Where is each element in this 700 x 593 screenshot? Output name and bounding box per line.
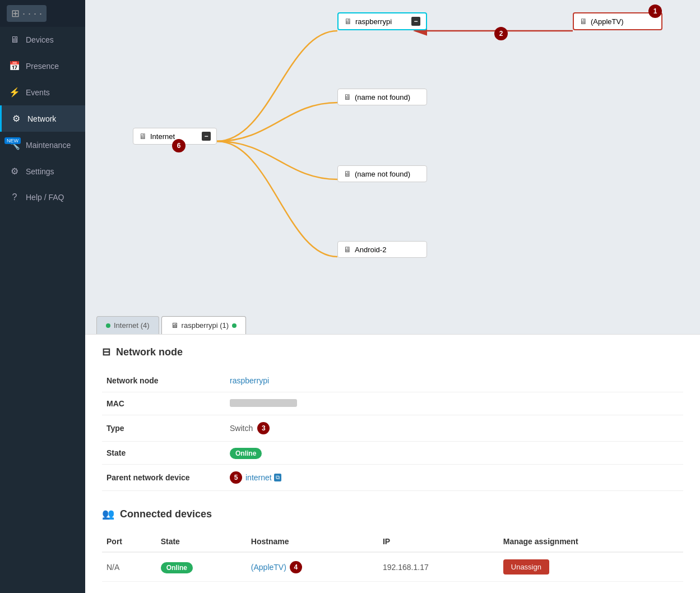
tab-raspberrypi[interactable]: 🖥 raspberrypi (1) <box>161 316 247 334</box>
row-state: Online <box>156 552 247 582</box>
row-action: Unassign <box>499 552 683 582</box>
row-state-badge: Online <box>161 562 193 573</box>
unassign-button[interactable]: Unassign <box>503 559 549 575</box>
network-node-info-table: Network node raspberrypi MAC Type <box>102 369 683 491</box>
appletv-icon: 🖥 <box>580 17 587 26</box>
annotation-6: 6 <box>172 139 186 152</box>
node-icon-1: 🖥 <box>344 92 351 101</box>
sidebar-item-label: Events <box>26 88 50 97</box>
info-row-parent: Parent network device 5 internet ⧉ <box>102 465 683 491</box>
node-name-not-found-2[interactable]: 🖥 (name not found) <box>337 165 427 182</box>
col-port: Port <box>102 531 156 552</box>
annotation-4: 4 <box>290 561 302 573</box>
info-row-mac: MAC <box>102 392 683 415</box>
parent-field-value: 5 internet ⧉ <box>225 465 683 491</box>
annotation-5: 5 <box>230 471 242 484</box>
node-icon-2: 🖥 <box>344 169 351 178</box>
presence-icon: 📅 <box>9 61 20 71</box>
parent-link-text: internet <box>245 473 272 482</box>
node-label-2: (name not found) <box>355 170 410 178</box>
node-field-value: raspberrypi <box>225 369 683 392</box>
node-label-1: (name not found) <box>355 93 410 101</box>
network-node-section-title: ⊟ Network node <box>102 346 683 358</box>
sidebar-item-label: Presence <box>26 62 59 71</box>
panel-content: ⊟ Network node Network node raspberrypi … <box>85 335 700 593</box>
appletv-label: (AppleTV) <box>591 17 624 26</box>
parent-field-label: Parent network device <box>102 465 225 491</box>
state-field-value: Online <box>225 442 683 465</box>
info-row-state: State Online <box>102 442 683 465</box>
sidebar-logo: ⊞ · · · · <box>0 0 85 27</box>
tab-internet-label: Internet (4) <box>114 321 150 330</box>
detail-panel: ⊟ Network node Network node raspberrypi … <box>85 334 700 593</box>
type-field-label: Type <box>102 415 225 442</box>
mac-blurred <box>230 399 297 407</box>
network-icon: ⚙ <box>11 113 22 124</box>
connections-svg <box>85 0 700 309</box>
hostname-link[interactable]: (AppleTV) <box>251 563 286 572</box>
row-hostname: (AppleTV) 4 <box>247 552 378 582</box>
logo-icon: ⊞ · · · · <box>7 5 47 22</box>
graph-area: 🖥 Internet − 🖥 raspberrypi − 🖥 (name not… <box>85 0 700 309</box>
help-icon: ? <box>9 192 20 202</box>
new-badge: NEW <box>4 137 21 144</box>
android2-label: Android-2 <box>355 245 386 254</box>
mac-field-value <box>225 392 683 415</box>
parent-link[interactable]: internet ⧉ <box>245 473 281 482</box>
raspberrypi-node[interactable]: 🖥 raspberrypi − <box>337 12 427 30</box>
sidebar-item-events[interactable]: ⚡ Events <box>0 79 85 105</box>
sidebar-item-help[interactable]: ? Help / FAQ <box>0 184 85 210</box>
col-ip: IP <box>378 531 499 552</box>
raspberrypi-node-collapse[interactable]: − <box>411 17 420 26</box>
main-area: 🖥 Internet − 🖥 raspberrypi − 🖥 (name not… <box>85 0 700 593</box>
sidebar-item-devices[interactable]: 🖥 Devices <box>0 27 85 53</box>
col-manage: Manage assignment <box>499 531 683 552</box>
sidebar-item-label: Maintenance <box>26 141 71 150</box>
type-field-value: Switch 3 <box>225 415 683 442</box>
node-link[interactable]: raspberrypi <box>230 376 269 385</box>
sidebar-item-label: Network <box>27 114 56 123</box>
node-name-not-found-1[interactable]: 🖥 (name not found) <box>337 89 427 105</box>
internet-node-label: Internet <box>150 132 175 141</box>
appletv-node[interactable]: 🖥 (AppleTV) <box>573 12 662 30</box>
info-row-node: Network node raspberrypi <box>102 369 683 392</box>
annotation-2: 2 <box>494 27 508 40</box>
connected-table-header: Port State Hostname IP Manage assignment <box>102 531 683 552</box>
external-link-icon: ⧉ <box>274 474 281 481</box>
sidebar-item-maintenance[interactable]: NEW 🔧 Maintenance <box>0 132 85 158</box>
android2-node[interactable]: 🖥 Android-2 <box>337 241 427 258</box>
sidebar: ⊞ · · · · 🖥 Devices 📅 Presence ⚡ Events … <box>0 0 85 593</box>
sidebar-item-network[interactable]: ⚙ Network <box>0 105 85 132</box>
internet-node-collapse[interactable]: − <box>202 132 211 141</box>
devices-icon: 🖥 <box>9 35 20 45</box>
sidebar-item-label: Help / FAQ <box>26 193 64 202</box>
row-ip: 192.168.1.17 <box>378 552 499 582</box>
annotation-1: 1 <box>648 4 662 18</box>
col-state: State <box>156 531 247 552</box>
tab-raspberrypi-icon: 🖥 <box>171 321 178 330</box>
state-field-label: State <box>102 442 225 465</box>
events-icon: ⚡ <box>9 87 20 98</box>
connected-devices-icon: 👥 <box>102 508 114 520</box>
connected-devices-title: 👥 Connected devices <box>102 508 683 520</box>
sidebar-item-label: Devices <box>26 35 54 44</box>
sidebar-item-settings[interactable]: ⚙ Settings <box>0 158 85 184</box>
mac-field-label: MAC <box>102 392 225 415</box>
annotation-3: 3 <box>257 422 270 434</box>
tab-raspberrypi-dot <box>232 323 237 328</box>
sidebar-item-presence[interactable]: 📅 Presence <box>0 53 85 79</box>
settings-icon: ⚙ <box>9 166 20 177</box>
tabs-bar: Internet (4) 🖥 raspberrypi (1) <box>85 309 700 334</box>
tab-raspberrypi-label: raspberrypi (1) <box>182 321 229 330</box>
raspberrypi-node-icon: 🖥 <box>344 17 352 26</box>
node-field-label: Network node <box>102 369 225 392</box>
android2-icon: 🖥 <box>344 245 351 254</box>
tab-internet-dot <box>106 323 110 328</box>
table-row: N/A Online (AppleTV) 4 1 <box>102 552 683 582</box>
raspberrypi-node-label: raspberrypi <box>355 17 392 26</box>
sidebar-item-label: Settings <box>26 167 54 176</box>
type-value-text: Switch <box>230 424 253 433</box>
col-hostname: Hostname <box>247 531 378 552</box>
internet-node-icon: 🖥 <box>139 132 147 141</box>
tab-internet[interactable]: Internet (4) <box>96 316 159 334</box>
